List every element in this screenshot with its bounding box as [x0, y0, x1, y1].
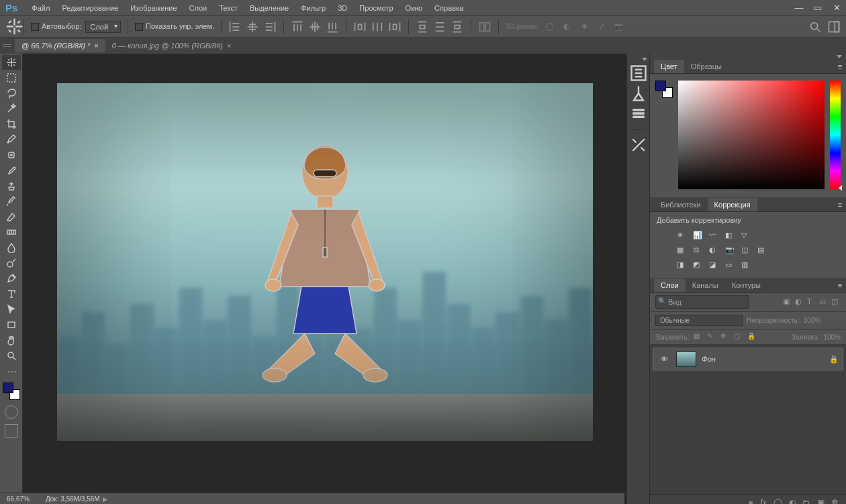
layer-thumbnail[interactable]	[676, 351, 696, 367]
dodge-tool[interactable]	[2, 256, 21, 270]
status-doc-size[interactable]: Док: 3,56M/3,56M▶	[46, 495, 107, 503]
crop-tool[interactable]	[2, 117, 21, 132]
align-bottom-icon[interactable]	[326, 20, 339, 34]
status-zoom[interactable]: 66,67%	[7, 495, 30, 503]
color-field[interactable]	[678, 81, 825, 189]
properties-panel-icon[interactable]	[629, 105, 648, 122]
3d-roll-icon[interactable]: ◐	[560, 20, 573, 34]
history-panel-icon[interactable]	[629, 64, 648, 82]
zoom-tool[interactable]	[2, 348, 21, 363]
blend-mode-dropdown[interactable]: Обычные	[655, 315, 743, 326]
new-group-icon[interactable]: 🗀	[802, 498, 810, 505]
eyedropper-tool[interactable]	[2, 132, 21, 147]
photo-filter-icon[interactable]: 📷	[725, 246, 737, 256]
align-left-icon[interactable]	[228, 20, 242, 34]
exposure-icon[interactable]: ◧	[725, 231, 737, 242]
vibrance-icon[interactable]: ▽	[741, 231, 753, 242]
lock-paint-icon[interactable]: ✎	[707, 332, 716, 342]
distribute-h3-icon[interactable]	[388, 20, 402, 34]
threshold-icon[interactable]: ◪	[709, 260, 721, 271]
panel-menu-icon[interactable]: ≡	[834, 201, 846, 209]
tab-gripper-icon[interactable]	[3, 41, 11, 50]
curves-icon[interactable]: 〰	[709, 231, 721, 242]
align-hcenter-icon[interactable]	[246, 20, 259, 34]
blur-tool[interactable]	[2, 240, 21, 255]
brightness-contrast-icon[interactable]: ☀	[677, 231, 689, 242]
filter-smart-icon[interactable]: ◫	[831, 297, 841, 307]
filter-shape-icon[interactable]: ▭	[819, 297, 829, 307]
delete-layer-icon[interactable]: 🗑	[831, 498, 839, 505]
filter-type-icon[interactable]: T	[807, 297, 816, 307]
menu-edit[interactable]: Редактирование	[56, 1, 124, 15]
layer-row[interactable]: 👁 Фон 🔒	[653, 348, 843, 370]
fill-value[interactable]: 100%	[823, 334, 841, 341]
eraser-tool[interactable]	[2, 209, 21, 224]
maximize-button[interactable]: ▭	[808, 0, 827, 15]
autoselect-target-dropdown[interactable]: Слой	[85, 21, 121, 33]
brush-tool[interactable]	[2, 163, 21, 178]
menu-layers[interactable]: Слои	[183, 1, 214, 15]
color-swatch[interactable]	[655, 81, 673, 98]
menu-view[interactable]: Просмотр	[353, 1, 399, 15]
clone-stamp-tool[interactable]	[2, 179, 21, 193]
filter-adjust-icon[interactable]: ◐	[795, 297, 804, 307]
menu-select[interactable]: Выделение	[244, 1, 295, 15]
tab-close-icon[interactable]: ×	[227, 42, 231, 50]
layer-name[interactable]: Фон	[702, 355, 716, 363]
dock-gripper-icon[interactable]	[628, 58, 649, 62]
menu-text[interactable]: Текст	[213, 1, 244, 15]
settings-panel-icon[interactable]	[629, 136, 648, 154]
panel-menu-icon[interactable]: ≡	[834, 281, 846, 289]
new-adjustment-icon[interactable]: ◐	[789, 498, 796, 505]
active-tool-indicator[interactable]	[5, 19, 24, 35]
layer-fx-icon[interactable]: fx	[761, 498, 767, 505]
link-layers-icon[interactable]: ⚭	[747, 498, 754, 505]
layer-mask-icon[interactable]: ◯	[773, 498, 782, 505]
posterize-icon[interactable]: ◩	[693, 260, 705, 271]
move-tool[interactable]	[2, 55, 21, 70]
new-layer-icon[interactable]: ▣	[817, 498, 825, 505]
distribute-h1-icon[interactable]	[353, 20, 367, 34]
foreground-background-swatch[interactable]	[3, 383, 20, 400]
lock-position-icon[interactable]: ✥	[720, 332, 730, 342]
opacity-value[interactable]: 100%	[804, 317, 821, 324]
3d-orbit-icon[interactable]: ◯	[543, 20, 556, 34]
brushes-panel-icon[interactable]	[629, 85, 648, 102]
layer-visibility-icon[interactable]: 👁	[657, 355, 671, 363]
invert-icon[interactable]: ◨	[677, 260, 689, 271]
distribute-v1-icon[interactable]	[416, 20, 429, 34]
tab-adjustments[interactable]: Коррекция	[708, 198, 757, 211]
show-transform-checkbox[interactable]: Показать упр. элем.	[135, 22, 214, 31]
channel-mixer-icon[interactable]: ◫	[741, 246, 753, 256]
menu-filter[interactable]: Фильтр	[295, 1, 332, 15]
path-select-tool[interactable]	[2, 302, 21, 317]
tab-close-icon[interactable]: ×	[94, 42, 98, 50]
menu-3d[interactable]: 3D	[332, 1, 353, 15]
auto-align-icon[interactable]	[478, 20, 491, 34]
document-tab-active[interactable]: @ 66,7% (RGB/8#) *×	[15, 39, 105, 52]
distribute-v2-icon[interactable]	[433, 20, 446, 34]
align-right-icon[interactable]	[263, 20, 277, 34]
color-balance-icon[interactable]: ⚖	[693, 246, 705, 256]
healing-brush-tool[interactable]	[2, 148, 21, 162]
menu-image[interactable]: Изображение	[124, 1, 183, 15]
tab-color[interactable]: Цвет	[654, 60, 684, 73]
menu-help[interactable]: Справка	[428, 1, 469, 15]
hand-tool[interactable]	[2, 333, 21, 348]
filter-pixel-icon[interactable]: ▣	[783, 297, 792, 307]
screenmode-toggle[interactable]	[5, 424, 18, 438]
pen-tool[interactable]	[2, 271, 21, 286]
canvas-area[interactable]	[23, 54, 626, 504]
magic-wand-tool[interactable]	[2, 101, 21, 116]
rect-marquee-tool[interactable]	[2, 70, 21, 85]
tab-layers[interactable]: Слои	[654, 279, 686, 292]
panel-menu-icon[interactable]: ≡	[834, 62, 846, 70]
align-top-icon[interactable]	[291, 20, 304, 34]
lock-all-icon[interactable]: 🔒	[747, 332, 757, 342]
levels-icon[interactable]: 📊	[693, 231, 705, 242]
distribute-v3-icon[interactable]	[451, 20, 464, 34]
gradient-map-icon[interactable]: ▭	[725, 260, 737, 271]
rectangle-shape-tool[interactable]	[2, 317, 21, 332]
layer-list[interactable]: 👁 Фон 🔒	[650, 345, 846, 494]
lock-pixels-icon[interactable]: ▦	[694, 332, 703, 342]
